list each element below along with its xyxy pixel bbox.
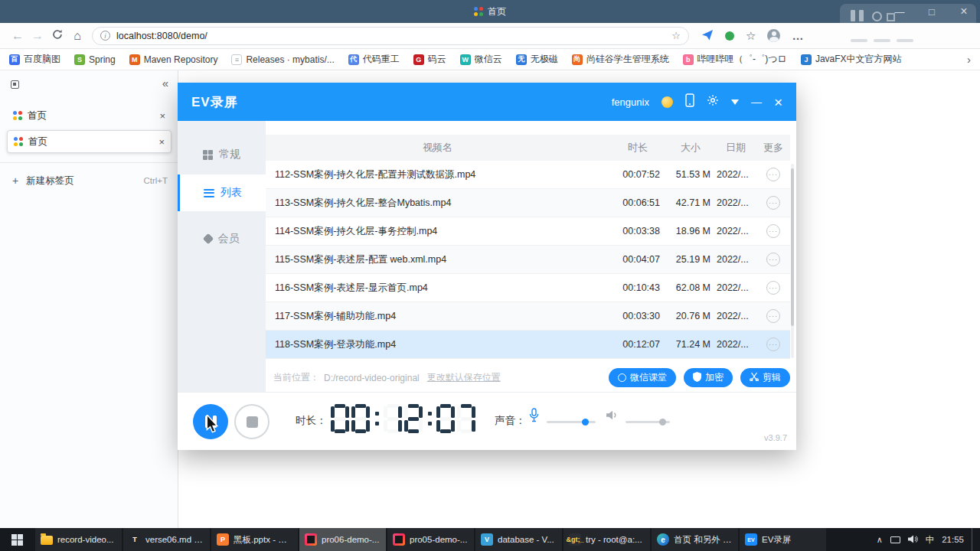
more-icon[interactable]: ··· (766, 337, 780, 351)
bookmark-item[interactable]: 无无极磁 (516, 53, 558, 66)
stop-button[interactable] (234, 404, 270, 439)
favorites-icon[interactable]: ☆ (746, 29, 756, 43)
favorite-star-icon[interactable]: ☆ (671, 30, 681, 41)
video-date: 2022/... (715, 282, 756, 293)
bookmark-item[interactable]: W微信云 (460, 53, 502, 66)
bookmark-item[interactable]: G码云 (413, 53, 446, 66)
collapse-pane-icon[interactable]: « (162, 77, 168, 90)
new-tab-button[interactable]: + 新建标签页 Ctrl+T (0, 168, 178, 193)
volume-tray-icon[interactable] (908, 535, 918, 545)
tab-item-active[interactable]: 首页 × (7, 130, 172, 153)
more-icon[interactable]: ··· (766, 253, 780, 266)
taskbar-item-terminal[interactable]: &gt;_ try - root@a:... (564, 528, 650, 551)
profile-avatar[interactable] (767, 29, 780, 42)
taskbar-item-database[interactable]: V database - V... (475, 528, 562, 551)
video-name: 114-SSM案例-持久化层-事务控制.mp4 (266, 225, 609, 238)
bookmark-favicon: J (801, 54, 812, 65)
slider-knob[interactable] (582, 419, 589, 425)
table-scrollbar (791, 164, 794, 358)
bookmark-item[interactable]: b哔哩哔哩（゜-゜)つロ (683, 53, 787, 66)
more-icon[interactable]: ··· (766, 224, 780, 238)
table-row[interactable]: 116-SSM案例-表述层-显示首页.mp4 00:10:43 62.08 M … (266, 274, 790, 302)
bookmark-item[interactable]: 代代码重工 (348, 53, 400, 66)
settings-gear-icon[interactable] (707, 94, 719, 109)
ev-footer: 时长： 声音： v3.9.7 (178, 392, 796, 450)
ev-minimize-icon[interactable]: — (751, 96, 762, 108)
tab-close-icon[interactable]: × (159, 110, 165, 122)
slider-knob[interactable] (659, 419, 666, 425)
taskbar-item-ev[interactable]: EV EV录屏 (740, 528, 826, 551)
bookmark-item[interactable]: SSpring (74, 54, 116, 65)
table-row[interactable]: 117-SSM案例-辅助功能.mp4 00:03:30 20.76 M 2022… (266, 302, 790, 331)
clip-button[interactable]: 剪辑 (740, 368, 790, 387)
refresh-icon[interactable] (47, 29, 67, 43)
share-icon[interactable] (701, 28, 714, 44)
speaker-icon[interactable] (606, 409, 618, 423)
table-row[interactable]: 114-SSM案例-持久化层-事务控制.mp4 00:03:38 18.96 M… (266, 217, 790, 246)
more-icon[interactable]: ··· (766, 281, 780, 295)
sidebar-item-member[interactable]: 会员 (178, 220, 266, 257)
start-button[interactable] (0, 528, 34, 551)
maximize-button[interactable]: □ (916, 0, 948, 23)
speaker-volume-slider[interactable] (626, 421, 670, 423)
bookmark-item[interactable]: ≡Releases · mybatis/... (231, 54, 334, 65)
bookmark-item[interactable]: MMaven Repository (129, 54, 218, 65)
scissors-icon (750, 372, 759, 383)
bookmark-item[interactable]: 百百度脑图 (9, 53, 60, 66)
mic-volume-slider[interactable] (547, 421, 596, 423)
coin-icon[interactable] (662, 96, 673, 108)
video-size: 71.24 M (666, 339, 715, 350)
table-row-selected[interactable]: 118-SSM案例-登录功能.mp4 00:12:07 71.24 M 2022… (266, 331, 790, 359)
taskbar-item-explorer[interactable]: record-video... (35, 528, 122, 551)
taskbar-label: record-video... (57, 535, 114, 544)
bookmark-item[interactable]: 尚尚硅谷学生管理系统 (572, 53, 669, 66)
tab-close-icon[interactable]: × (158, 136, 165, 148)
browser-menu-icon[interactable]: … (792, 29, 803, 42)
tray-clock[interactable]: 21:55 (942, 535, 964, 544)
scrollbar-thumb[interactable] (791, 168, 794, 326)
video-date: 2022/... (715, 254, 756, 265)
back-icon[interactable]: ← (8, 29, 28, 43)
more-icon[interactable]: ··· (766, 196, 780, 210)
edge-icon: e (657, 533, 669, 546)
wechat-class-button[interactable]: 微信课堂 (609, 368, 676, 387)
more-icon[interactable]: ··· (766, 168, 780, 181)
sidebar-item-label: 会员 (218, 232, 240, 246)
bookmark-item[interactable]: JJavaFX中文官方网站 (801, 53, 902, 66)
encrypt-button[interactable]: 加密 (684, 368, 733, 387)
taskbar-item-ppt[interactable]: P 黑板.pptx - W... (211, 528, 298, 551)
ev-username[interactable]: fengunix (612, 96, 649, 108)
bookmarks-overflow-icon[interactable]: › (967, 53, 971, 66)
home-icon[interactable]: ⌂ (67, 29, 87, 43)
sidebar-item-general[interactable]: 常规 (178, 136, 266, 173)
ime-indicator[interactable]: 中 (926, 534, 935, 546)
extension-icon[interactable] (725, 31, 734, 41)
ev-sidebar: 常规 列表 会员 (178, 121, 266, 392)
taskbar-item-idea-pro05[interactable]: pro05-demo-... (387, 528, 474, 551)
address-bar[interactable]: i localhost:8080/demo/ ☆ (92, 27, 689, 45)
show-desktop-button[interactable] (972, 528, 975, 551)
minimize-button[interactable]: — (884, 0, 916, 23)
taskbar-item-idea-pro06[interactable]: pro06-demo-... (299, 528, 386, 551)
tab-actions-icon[interactable] (11, 80, 19, 89)
table-row[interactable]: 113-SSM案例-持久化层-整合Mybatis.mp4 00:06:51 42… (266, 189, 790, 217)
microphone-icon[interactable] (529, 408, 539, 425)
taskbar-item-edge[interactable]: e 首页 和另外 1... (652, 528, 738, 551)
more-icon[interactable]: ··· (766, 309, 780, 323)
sidebar-item-list[interactable]: 列表 (178, 174, 266, 211)
phone-icon[interactable] (685, 93, 694, 110)
forward-icon[interactable]: → (28, 29, 47, 43)
tray-expand-icon[interactable]: ∧ (877, 535, 883, 545)
taskbar-item-typora[interactable]: T verse06.md - ... (123, 528, 210, 551)
table-row[interactable]: 112-SSM案例-持久化层-配置并测试数据源.mp4 00:07:52 51.… (266, 161, 790, 189)
video-size: 20.76 M (666, 311, 715, 321)
change-save-location-link[interactable]: 更改默认保存位置 (427, 371, 501, 384)
button-label: 剪辑 (763, 371, 781, 384)
table-row[interactable]: 115-SSM案例-表述层-配置 web.xml.mp4 00:04:07 25… (266, 246, 790, 274)
site-info-icon[interactable]: i (100, 31, 110, 41)
close-button[interactable]: × (948, 0, 980, 23)
display-tray-icon[interactable] (890, 536, 900, 543)
ev-close-icon[interactable]: × (774, 95, 782, 109)
dropdown-menu-icon[interactable] (731, 99, 739, 105)
tab-item[interactable]: 首页 × (7, 104, 172, 127)
